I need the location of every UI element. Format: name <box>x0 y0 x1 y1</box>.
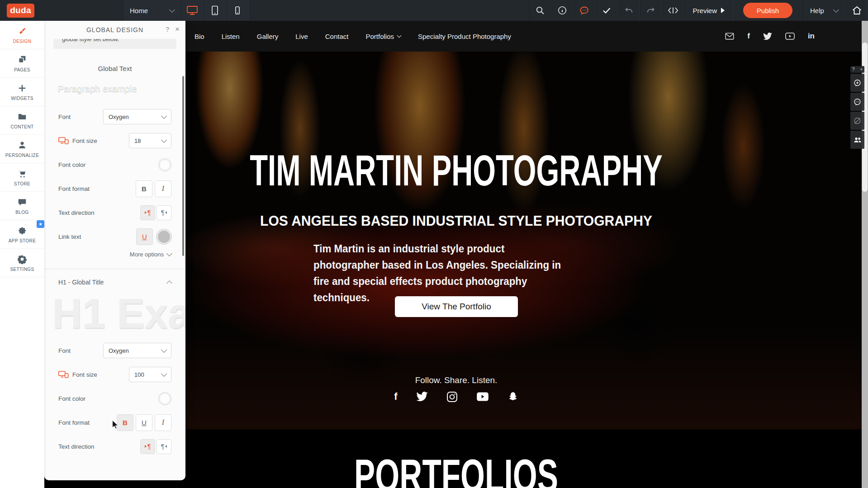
duda-logo[interactable]: duda <box>7 4 34 18</box>
panel-help-icon[interactable]: ? <box>166 26 169 33</box>
collapse-chevron-icon <box>166 280 172 286</box>
font-size-dropdown[interactable]: 18 <box>129 133 171 148</box>
rtl-button[interactable]: ¶ <box>157 205 171 220</box>
save-confirm-button[interactable] <box>596 0 618 21</box>
undo-button[interactable] <box>618 0 640 21</box>
h1-rtl-button[interactable]: ¶ <box>157 439 171 454</box>
email-icon[interactable] <box>725 33 734 40</box>
youtube-icon[interactable] <box>785 33 795 40</box>
sidebar-item-design[interactable]: DESIGN <box>0 21 44 49</box>
info-banner-text: global style set below. <box>62 39 176 43</box>
sidebar-item-personalize[interactable]: PERSONALIZE <box>0 135 44 163</box>
sidebar-item-content[interactable]: CONTENT <box>0 106 44 135</box>
h1-font-size-dropdown[interactable]: 100 <box>129 367 171 382</box>
font-size-label-text: Font size <box>72 137 97 144</box>
dashboard-home-button[interactable] <box>846 0 868 21</box>
underline-glyph: U <box>142 419 147 426</box>
editor-canvas-area: Bio Listen Gallery Live Contact Portfoli… <box>44 21 868 488</box>
site-nav-live[interactable]: Live <box>295 33 308 40</box>
h1-ltr-button[interactable]: ¶ <box>140 439 155 454</box>
developer-mode-button[interactable] <box>662 0 684 21</box>
chevron-down-icon <box>169 7 175 13</box>
link-text-controls: U <box>136 228 171 245</box>
font-size-value: 18 <box>134 137 141 144</box>
hide-comments-button[interactable] <box>850 112 864 130</box>
site-nav-bio[interactable]: Bio <box>194 33 204 40</box>
h1-font-size-value: 100 <box>134 371 144 378</box>
collaborators-button[interactable] <box>850 131 864 149</box>
page-selector-dropdown[interactable]: Home <box>123 0 181 21</box>
h1-font-family-dropdown[interactable]: Oxygen <box>103 343 171 358</box>
undo-icon <box>624 5 634 15</box>
ltr-button[interactable]: ¶ <box>140 205 155 220</box>
h1-bold-button[interactable]: B <box>117 414 133 431</box>
font-format-buttons: B I <box>136 180 171 197</box>
redo-button[interactable] <box>640 0 662 21</box>
bold-button[interactable]: B <box>136 180 152 197</box>
publish-button[interactable]: Publish <box>743 3 792 18</box>
link-underline-button[interactable]: U <box>136 228 153 245</box>
linkedin-icon[interactable]: in <box>808 32 815 41</box>
sidebar-item-label: PAGES <box>14 67 30 72</box>
h1-font-color-swatch[interactable] <box>158 392 171 405</box>
facebook-icon[interactable]: f <box>747 32 750 41</box>
sidebar-item-label: SETTINGS <box>10 267 34 272</box>
font-family-dropdown[interactable]: Oxygen <box>103 109 171 124</box>
people-icon <box>854 137 862 143</box>
youtube-icon[interactable] <box>476 392 489 401</box>
top-toolbar: duda Home <box>0 0 868 21</box>
h1-underline-button[interactable]: U <box>136 414 152 431</box>
comments-button[interactable] <box>574 0 596 21</box>
paragraph-preview-text: Paragraph example <box>58 84 185 94</box>
italic-button[interactable]: I <box>155 180 171 197</box>
link-text-label: Link text <box>58 233 81 240</box>
add-comment-button[interactable] <box>850 74 864 92</box>
mobile-view-button[interactable] <box>226 0 249 21</box>
site-nav-contact[interactable]: Contact <box>325 33 349 40</box>
font-color-swatch[interactable] <box>158 158 171 171</box>
sidebar-item-app-store[interactable]: ★ APP STORE <box>0 220 44 249</box>
preview-button[interactable]: Preview <box>684 0 733 21</box>
sidebar-item-blog[interactable]: BLOG <box>0 192 44 220</box>
global-design-panel: GLOBAL DESIGN ? × global style set below… <box>44 21 185 480</box>
help-icon[interactable]: ? <box>852 67 855 72</box>
sidebar-item-store[interactable]: STORE <box>0 163 44 192</box>
h1-section-header[interactable]: H1 - Global Title <box>44 279 185 286</box>
h1-font-size-label-text: Font size <box>72 371 97 378</box>
twitter-icon[interactable] <box>416 392 428 402</box>
view-portfolio-button[interactable]: View The Portfolio <box>395 296 518 317</box>
site-nav-listen[interactable]: Listen <box>222 33 240 40</box>
chevron-down-icon <box>161 347 167 353</box>
site-nav-gallery[interactable]: Gallery <box>257 33 279 40</box>
panel-scrollbar-thumb[interactable] <box>182 76 184 256</box>
sidebar-item-pages[interactable]: PAGES <box>0 49 44 78</box>
rtl-arrow-icon <box>165 211 167 214</box>
h1-italic-button[interactable]: I <box>155 414 171 431</box>
panel-close-icon[interactable]: × <box>175 25 180 34</box>
sidebar-item-settings[interactable]: SETTINGS <box>0 249 44 277</box>
more-options-link[interactable]: More options <box>44 251 185 258</box>
instagram-icon[interactable] <box>446 391 458 403</box>
info-button[interactable] <box>551 0 574 21</box>
sidebar-item-widgets[interactable]: WIDGETS <box>0 78 44 106</box>
twitter-icon[interactable] <box>763 33 772 40</box>
h1-text-direction-buttons: ¶ ¶ <box>140 439 171 454</box>
global-text-heading: Global Text <box>44 65 185 72</box>
h1-font-color-label: Font color <box>58 395 85 402</box>
help-dropdown[interactable]: Help <box>802 0 846 21</box>
snapchat-icon[interactable] <box>508 391 518 403</box>
close-icon[interactable]: × <box>860 67 863 72</box>
font-label: Font <box>58 114 71 120</box>
desktop-view-button[interactable] <box>181 0 204 21</box>
tablet-view-button[interactable] <box>204 0 226 21</box>
facebook-icon[interactable]: f <box>394 391 397 403</box>
sidebar-item-label: APP STORE <box>9 238 36 243</box>
site-nav-portfolios[interactable]: Portfolios <box>365 33 401 40</box>
search-button[interactable] <box>529 0 551 21</box>
show-comments-button[interactable] <box>850 93 864 111</box>
chevron-down-icon <box>397 33 402 38</box>
site-nav-specialty[interactable]: Specialty Product Photography <box>418 33 511 40</box>
person-icon <box>17 140 27 150</box>
tablet-icon <box>209 5 220 16</box>
link-color-swatch[interactable] <box>157 229 171 244</box>
